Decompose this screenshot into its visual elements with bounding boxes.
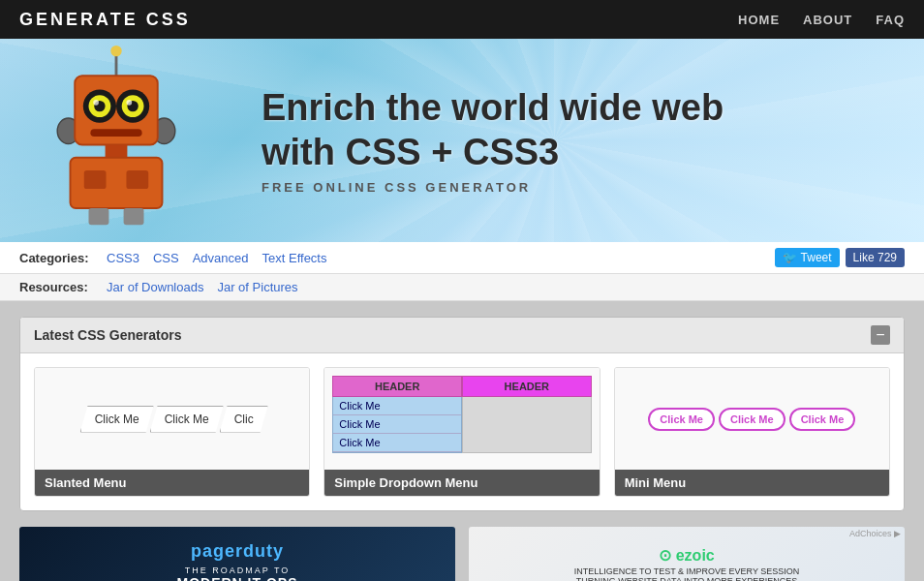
svg-rect-17: [126, 170, 148, 189]
category-links: CSS3 CSS Advanced Text Effects: [107, 251, 775, 265]
mini-btn-1[interactable]: Click Me: [648, 408, 715, 431]
banner-headline: Enrich the world wide web with CSS + CSS…: [262, 86, 924, 174]
collapse-button[interactable]: −: [871, 325, 890, 345]
slanted-btn-1[interactable]: Click Me: [80, 406, 154, 433]
panel-header: Latest CSS Generators −: [20, 318, 904, 353]
categories-label: Categories:: [19, 251, 107, 265]
ad-ezoic[interactable]: AdChoices ▶ ⊙ ezoic INTELLIGENCE TO TEST…: [469, 527, 905, 581]
svg-point-11: [93, 100, 99, 106]
robot-illustration: [29, 44, 223, 237]
svg-point-12: [126, 100, 132, 106]
card-dropdown-menu: HEADER HEADER Click Me Click Me Click Me: [323, 367, 600, 497]
cat-css[interactable]: CSS: [153, 251, 179, 265]
ads-row: pagerduty THE ROADMAP TO MODERN IT OPS A…: [19, 527, 905, 581]
pagerduty-logo: pagerduty: [191, 541, 284, 562]
card-mini-menu: Click Me Click Me Click Me Mini Menu: [614, 367, 890, 497]
mini-menu-label: Mini Menu: [615, 470, 889, 496]
top-nav: GENERATE CSS HOME ABOUT FAQ: [0, 0, 924, 39]
banner-text: Enrich the world wide web with CSS + CSS…: [223, 86, 924, 195]
slanted-menu-preview: Click Me Click Me Clic: [35, 368, 309, 470]
mini-menu-preview: Click Me Click Me Click Me: [615, 368, 889, 470]
panel-title: Latest CSS Generators: [34, 327, 182, 343]
cat-advanced[interactable]: Advanced: [193, 251, 249, 265]
social-buttons: 🐦 Tweet Like 729: [775, 248, 905, 267]
mini-btn-3[interactable]: Click Me: [789, 408, 856, 431]
res-jar-pictures[interactable]: Jar of Pictures: [217, 280, 297, 294]
mini-btn-2[interactable]: Click Me: [719, 408, 785, 431]
dd-col-1: Click Me Click Me Click Me: [332, 397, 462, 453]
ad-pagerduty[interactable]: pagerduty THE ROADMAP TO MODERN IT OPS: [19, 527, 455, 581]
tweet-button[interactable]: 🐦 Tweet: [775, 248, 840, 267]
ezoic-logo: ⊙ ezoic: [659, 546, 714, 565]
banner: Enrich the world wide web with CSS + CSS…: [0, 39, 924, 242]
resources-label: Resources:: [19, 280, 107, 294]
cat-css3[interactable]: CSS3: [107, 251, 139, 265]
dd-header-1: HEADER: [332, 376, 462, 397]
cat-effects[interactable]: Text Effects: [262, 251, 327, 265]
svg-point-1: [110, 46, 121, 56]
svg-rect-18: [89, 208, 109, 225]
dd-header-2: HEADER: [462, 376, 592, 397]
dd-link-3[interactable]: Click Me: [333, 434, 461, 452]
main-content: Latest CSS Generators − Click Me Click M…: [0, 301, 924, 581]
like-button[interactable]: Like 729: [846, 248, 905, 267]
ad-choices: AdChoices ▶: [849, 529, 901, 538]
nav-home[interactable]: HOME: [738, 13, 780, 27]
twitter-icon: 🐦: [783, 251, 797, 264]
dd-link-2[interactable]: Click Me: [333, 415, 461, 434]
site-title: GENERATE CSS: [19, 10, 191, 30]
svg-rect-16: [84, 170, 107, 189]
top-nav-links: HOME ABOUT FAQ: [738, 13, 905, 27]
cards-row: Click Me Click Me Clic Slanted Menu HEAD…: [20, 353, 904, 510]
banner-subtitle: FREE ONLINE CSS GENERATOR: [262, 180, 924, 195]
dd-link-1[interactable]: Click Me: [333, 397, 461, 415]
nav-faq[interactable]: FAQ: [876, 13, 905, 27]
slanted-btn-2[interactable]: Click Me: [150, 406, 224, 433]
generators-panel: Latest CSS Generators − Click Me Click M…: [19, 317, 905, 511]
ezoic-text: INTELLIGENCE TO TEST & IMPROVE EVERY SES…: [574, 566, 800, 582]
dd-col-2: [462, 397, 592, 453]
card-slanted-menu: Click Me Click Me Clic Slanted Menu: [34, 367, 310, 497]
dropdown-preview: HEADER HEADER Click Me Click Me Click Me: [324, 368, 599, 470]
svg-rect-19: [124, 208, 144, 225]
dropdown-menu-label: Simple Dropdown Menu: [324, 470, 599, 496]
resources-bar: Resources: Jar of Downloads Jar of Pictu…: [0, 274, 924, 301]
category-bar: Categories: CSS3 CSS Advanced Text Effec…: [0, 242, 924, 274]
slanted-menu-label: Slanted Menu: [35, 470, 309, 496]
nav-about[interactable]: ABOUT: [803, 13, 852, 27]
pagerduty-roadmap: THE ROADMAP TO: [185, 566, 291, 575]
svg-rect-14: [106, 145, 128, 158]
res-jar-downloads[interactable]: Jar of Downloads: [107, 280, 203, 294]
resource-links: Jar of Downloads Jar of Pictures: [107, 280, 298, 294]
pagerduty-big: MODERN IT OPS: [176, 575, 297, 582]
svg-rect-13: [90, 129, 141, 137]
slanted-btn-3[interactable]: Clic: [220, 406, 268, 433]
